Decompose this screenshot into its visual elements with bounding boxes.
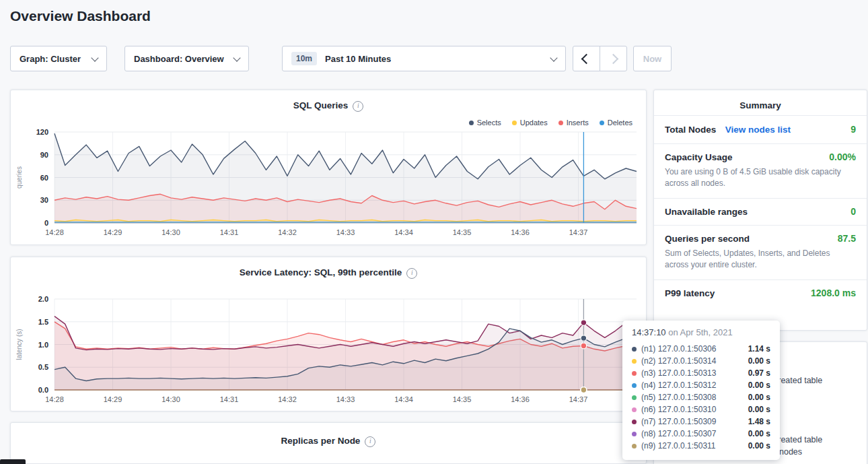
chevron-left-icon: [581, 53, 592, 64]
tooltip-node-value: 0.00 s: [748, 441, 770, 451]
svg-text:90: 90: [40, 151, 48, 159]
queries-per-second-label: Queries per second: [665, 234, 750, 244]
service-latency-chart-panel: Service Latency: SQL, 99th percentilei 1…: [10, 257, 647, 411]
sql-queries-chart[interactable]: 14:2814:2914:3014:3114:3214:3314:3414:35…: [11, 124, 646, 244]
time-range-selector[interactable]: 10m Past 10 Minutes: [282, 46, 566, 71]
view-nodes-list-link[interactable]: View nodes list: [725, 125, 791, 135]
svg-text:14:32: 14:32: [278, 395, 297, 403]
service-latency-chart-title: Service Latency: SQL, 99th percentile: [240, 267, 402, 277]
tooltip-row: (n4) 127.0.0.1:503120.00 s: [632, 379, 770, 391]
svg-text:14:29: 14:29: [104, 395, 122, 403]
svg-text:120: 120: [36, 128, 48, 136]
svg-text:14:34: 14:34: [394, 395, 413, 403]
tooltip-node-value: 1.48 s: [748, 417, 770, 426]
chevron-down-icon: [233, 54, 240, 61]
tooltip-node-label: (n4) 127.0.0.1:50312: [641, 380, 716, 390]
svg-text:14:36: 14:36: [511, 228, 530, 236]
svg-text:14:37: 14:37: [569, 228, 588, 236]
tooltip-timestamp: 14:37:10 on Apr 5th, 2021: [632, 327, 770, 337]
chart-title-row: Service Latency: SQL, 99th percentilei: [11, 257, 646, 279]
p99-latency-value: 1208.0 ms: [811, 288, 856, 298]
node-color-dot: [632, 407, 637, 412]
tooltip-row: (n2) 127.0.0.1:503140.00 s: [632, 355, 770, 367]
tooltip-row: (n3) 127.0.0.1:503130.97 s: [632, 367, 770, 379]
node-color-dot: [632, 347, 637, 352]
now-button[interactable]: Now: [633, 46, 672, 71]
clipped-dark-element: [0, 459, 26, 464]
chart-title-row: SQL Queriesi: [11, 90, 646, 112]
svg-text:14:33: 14:33: [336, 228, 355, 236]
tooltip-node-label: (n7) 127.0.0.1:50309: [641, 417, 716, 426]
dashboard-dropdown-label: Dashboard: Overview: [134, 54, 224, 64]
node-color-dot: [632, 359, 637, 364]
queries-per-second-value: 87.5: [838, 233, 856, 244]
replicas-per-node-chart-panel: Replicas per Nodei: [10, 422, 647, 464]
replicas-per-node-chart-title: Replicas per Node: [281, 436, 361, 446]
node-color-dot: [632, 444, 637, 449]
svg-text:latency (s): latency (s): [15, 329, 23, 360]
svg-text:queries: queries: [15, 166, 23, 189]
svg-text:14:30: 14:30: [161, 228, 180, 236]
dashboard-dropdown[interactable]: Dashboard: Overview: [124, 46, 249, 71]
total-nodes-label: Total Nodes: [665, 125, 716, 135]
tooltip-node-value: 0.00 s: [748, 393, 770, 402]
sql-queries-chart-panel: SQL Queriesi SelectsUpdatesInsertsDelete…: [10, 90, 647, 245]
svg-text:14:36: 14:36: [511, 395, 530, 403]
info-icon[interactable]: i: [406, 268, 417, 279]
queries-per-second-caption: Sum of Selects, Updates, Inserts, and De…: [665, 248, 856, 271]
tooltip-node-value: 0.00 s: [748, 380, 770, 390]
tooltip-row: (n5) 127.0.0.1:503080.00 s: [632, 391, 770, 403]
tooltip-rows: (n1) 127.0.0.1:503061.14 s(n2) 127.0.0.1…: [632, 343, 770, 452]
graph-dropdown[interactable]: Graph: Cluster: [10, 46, 107, 71]
info-icon[interactable]: i: [353, 101, 363, 112]
event-item: created table: [774, 376, 822, 385]
service-latency-chart[interactable]: 14:2814:2914:3014:3114:3214:3314:3414:35…: [11, 291, 646, 411]
svg-text:14:33: 14:33: [336, 395, 355, 403]
svg-text:0.0: 0.0: [38, 386, 48, 394]
tooltip-row: (n8) 127.0.0.1:503070.00 s: [632, 428, 770, 440]
chart-title-row: Replicas per Nodei: [11, 423, 646, 447]
tooltip-row: (n1) 127.0.0.1:503061.14 s: [632, 343, 770, 355]
node-color-dot: [632, 383, 637, 388]
total-nodes-value: 9: [851, 124, 856, 135]
tooltip-node-value: 0.97 s: [748, 368, 770, 378]
svg-text:14:31: 14:31: [220, 228, 239, 236]
summary-title: Summary: [654, 100, 867, 110]
node-color-dot: [632, 420, 637, 424]
chevron-down-icon: [91, 54, 98, 61]
tooltip-node-label: (n9) 127.0.0.1:50311: [641, 441, 716, 451]
svg-text:14:35: 14:35: [453, 395, 472, 403]
page-title: Overview Dashboard: [10, 8, 151, 24]
time-prev-button[interactable]: [573, 46, 600, 71]
summary-row-unavailable-ranges: Unavailable ranges 0: [654, 198, 867, 225]
tooltip-node-value: 0.00 s: [748, 405, 770, 414]
chart-hover-tooltip: 14:37:10 on Apr 5th, 2021 (n1) 127.0.0.1…: [622, 321, 780, 460]
event-item: nodes: [779, 447, 802, 457]
tooltip-node-value: 0.00 s: [748, 356, 770, 366]
tooltip-row: (n9) 127.0.0.1:503110.00 s: [632, 440, 770, 452]
svg-text:60: 60: [40, 174, 48, 182]
summary-row-capacity-usage: Capacity Usage 0.00% You are using 0 B o…: [654, 143, 867, 198]
info-icon[interactable]: i: [365, 436, 375, 447]
time-next-button[interactable]: [600, 46, 627, 71]
svg-text:14:34: 14:34: [394, 228, 413, 236]
summary-row-p99-latency: P99 latency 1208.0 ms: [654, 279, 867, 306]
overview-dashboard-page: Overview Dashboard Graph: Cluster Dashbo…: [0, 0, 868, 464]
tooltip-date: on Apr 5th, 2021: [666, 327, 733, 337]
tooltip-time: 14:37:10: [632, 327, 666, 337]
capacity-usage-label: Capacity Usage: [665, 152, 733, 162]
unavailable-ranges-value: 0: [851, 206, 856, 217]
tooltip-row: (n6) 127.0.0.1:503100.00 s: [632, 403, 770, 416]
svg-text:14:30: 14:30: [161, 395, 180, 403]
svg-text:14:29: 14:29: [104, 228, 122, 236]
tooltip-node-label: (n8) 127.0.0.1:50307: [641, 429, 716, 438]
capacity-usage-value: 0.00%: [829, 152, 856, 162]
svg-text:14:37: 14:37: [569, 395, 588, 403]
svg-text:14:35: 14:35: [453, 228, 472, 236]
graph-dropdown-label: Graph: Cluster: [20, 54, 81, 64]
tooltip-node-label: (n1) 127.0.0.1:50306: [641, 344, 716, 354]
tooltip-node-label: (n2) 127.0.0.1:50314: [641, 356, 716, 366]
unavailable-ranges-label: Unavailable ranges: [665, 207, 748, 217]
time-range-badge: 10m: [291, 52, 317, 65]
svg-text:14:31: 14:31: [220, 395, 239, 403]
